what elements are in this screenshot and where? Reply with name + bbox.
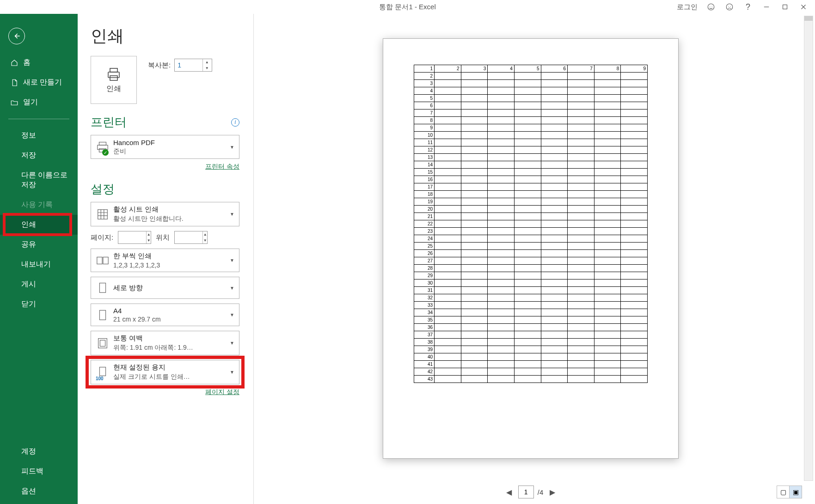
sidebar-item-label: 사용 기록: [21, 200, 53, 210]
chevron-down-icon: ▼: [229, 285, 235, 291]
printer-status: 준비: [113, 147, 229, 156]
sidebar-item-close[interactable]: 닫기: [0, 294, 78, 314]
printer-icon: [105, 67, 122, 81]
sidebar-item-label: 홈: [23, 58, 31, 67]
svg-point-0: [708, 4, 714, 10]
sidebar-item-info[interactable]: 정보: [0, 126, 78, 146]
svg-rect-14: [97, 257, 102, 264]
print-preview-pane: 1234567892345678910111213141516171819202…: [253, 14, 815, 504]
sidebar-item-print[interactable]: 인쇄: [0, 215, 78, 235]
collate-dropdown[interactable]: 한 부씩 인쇄 1,2,3 1,2,3 1,2,3 ▼: [91, 249, 239, 272]
sidebar-item-saveas[interactable]: 다른 이름으로 저장: [0, 165, 78, 195]
folder-open-icon: [10, 98, 18, 107]
print-button[interactable]: 인쇄: [91, 56, 137, 104]
collate-icon: [95, 253, 110, 268]
sidebar-item-share[interactable]: 공유: [0, 235, 78, 255]
status-ready-icon: [102, 149, 109, 156]
copies-input[interactable]: [175, 60, 202, 71]
sidebar-item-label: 닫기: [21, 299, 36, 309]
copies-stepper[interactable]: ▲▼: [174, 59, 212, 72]
face-frown-icon[interactable]: [724, 2, 735, 12]
scaling-dropdown[interactable]: 100 현재 설정된 용지 실제 크기로 시트를 인쇄… ▼: [91, 360, 239, 384]
chevron-down-icon: ▼: [229, 145, 235, 150]
svg-rect-20: [99, 367, 105, 376]
sidebar-item-history: 사용 기록: [0, 195, 78, 215]
pages-to-label: 위치: [156, 233, 170, 242]
document-title: 통합 문서1 - Excel: [379, 3, 436, 12]
orientation-dropdown[interactable]: 세로 방향 ▼: [91, 277, 239, 299]
preview-page: 1234567892345678910111213141516171819202…: [383, 38, 679, 459]
minimize-icon[interactable]: [761, 2, 772, 12]
printer-dropdown[interactable]: Hancom PDF 준비 ▼: [91, 135, 239, 159]
sidebar-item-open[interactable]: 열기: [0, 92, 78, 112]
spinner-arrows[interactable]: ▲▼: [202, 59, 211, 71]
sidebar-item-label: 내보내기: [21, 260, 51, 269]
show-margins-button[interactable]: ▢: [777, 486, 790, 498]
titlebar-right: 로그인 ?: [677, 0, 815, 14]
sidebar-item-label: 계정: [21, 447, 36, 456]
svg-rect-6: [783, 5, 787, 9]
sidebar-item-save[interactable]: 저장: [0, 146, 78, 165]
svg-rect-18: [98, 338, 107, 348]
sidebar-item-home[interactable]: 홈: [0, 53, 78, 73]
printer-name: Hancom PDF: [113, 139, 229, 146]
sidebar-item-options[interactable]: 옵션: [0, 481, 78, 501]
help-icon[interactable]: ?: [743, 2, 753, 12]
printer-properties-link[interactable]: 프린터 속성: [91, 163, 239, 171]
margins-icon: [95, 335, 110, 351]
page-to-input[interactable]: [175, 232, 202, 243]
vertical-scrollbar[interactable]: [804, 16, 813, 481]
sidebar-item-publish[interactable]: 게시: [0, 274, 78, 294]
sidebar-item-feedback[interactable]: 피드백: [0, 461, 78, 481]
page-to-stepper[interactable]: ▲▼: [174, 231, 208, 244]
current-page-input[interactable]: [518, 486, 534, 498]
preview-footer: ◀ /4 ▶ ▢ ▣: [259, 483, 802, 501]
sidebar-item-label: 옵션: [21, 486, 36, 496]
page-from-stepper[interactable]: ▲▼: [118, 231, 151, 244]
scaling-icon: 100: [95, 364, 110, 380]
info-icon[interactable]: i: [231, 118, 239, 127]
portrait-icon: [95, 280, 110, 296]
svg-rect-9: [110, 76, 117, 80]
chevron-down-icon: ▼: [229, 370, 235, 375]
next-page-button[interactable]: ▶: [547, 486, 558, 498]
chevron-down-icon: ▼: [229, 212, 235, 217]
svg-rect-13: [98, 209, 108, 219]
print-what-dropdown[interactable]: 활성 시트 인쇄 활성 시트만 인쇄합니다. ▼: [91, 202, 239, 226]
svg-point-3: [726, 4, 733, 10]
prev-page-button[interactable]: ◀: [503, 486, 515, 498]
print-button-label: 인쇄: [106, 84, 121, 94]
sidebar-item-new[interactable]: 새로 만들기: [0, 73, 78, 92]
page-icon: [95, 307, 110, 323]
svg-rect-16: [99, 283, 105, 293]
back-button[interactable]: [8, 28, 25, 44]
paper-size-dropdown[interactable]: A4 21 cm x 29.7 cm ▼: [91, 304, 239, 326]
sign-in-link[interactable]: 로그인: [677, 3, 698, 12]
sidebar-item-export[interactable]: 내보내기: [0, 255, 78, 274]
printer-section-header: 프린터 i: [91, 114, 239, 130]
maximize-icon[interactable]: [780, 2, 790, 12]
page-setup-link[interactable]: 페이지 설정: [91, 388, 239, 396]
svg-point-5: [730, 6, 731, 6]
svg-rect-15: [103, 257, 108, 264]
sidebar-item-label: 공유: [21, 240, 36, 249]
sidebar-divider: [8, 119, 69, 119]
page-from-input[interactable]: [118, 232, 146, 243]
svg-rect-19: [100, 340, 105, 346]
preview-grid: 1234567892345678910111213141516171819202…: [414, 65, 648, 383]
spinner-arrows[interactable]: ▲▼: [202, 231, 207, 243]
chevron-down-icon: ▼: [229, 258, 235, 263]
sidebar-item-account[interactable]: 계정: [0, 442, 78, 461]
sidebar-item-label: 인쇄: [21, 220, 36, 230]
margins-dropdown[interactable]: 보통 여백 위쪽: 1.91 cm 아래쪽: 1.9… ▼: [91, 331, 239, 355]
sidebar-item-label: 정보: [21, 131, 36, 140]
spinner-arrows[interactable]: ▲▼: [146, 231, 151, 243]
zoom-to-page-button[interactable]: ▣: [789, 486, 802, 498]
preview-canvas: 1234567892345678910111213141516171819202…: [259, 16, 802, 481]
face-smile-icon[interactable]: [706, 2, 716, 12]
close-icon[interactable]: [798, 2, 809, 12]
svg-point-2: [712, 6, 712, 6]
print-settings-pane: 인쇄 인쇄 복사본: ▲▼ 프린터 i Hanc: [78, 14, 253, 504]
highlight-box: [3, 213, 72, 236]
svg-point-4: [728, 6, 729, 6]
